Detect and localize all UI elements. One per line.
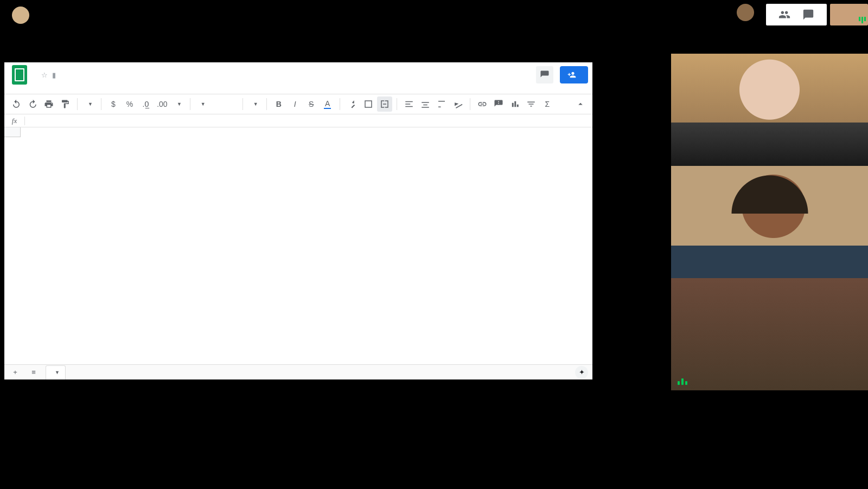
formula-bar: fx <box>4 114 592 127</box>
text-color-button[interactable]: A <box>320 96 335 112</box>
also-here-avatar <box>737 4 754 21</box>
sheet-titlebar: ☆ ▮ <box>4 62 592 87</box>
person-add-icon <box>567 70 576 79</box>
font-select[interactable]: ▼ <box>195 97 238 111</box>
participant-tiles <box>671 54 868 390</box>
share-button[interactable] <box>560 66 588 83</box>
collapse-toolbar-button[interactable] <box>573 96 588 112</box>
insert-link-button[interactable] <box>475 96 490 112</box>
fill-color-button[interactable] <box>344 96 360 112</box>
toolbar: ▼ $ % .0̲ .00 ▼ ▼ ▼ B I S A <box>4 94 592 114</box>
presenter-avatar <box>12 7 29 24</box>
audio-meter-icon <box>678 266 687 273</box>
borders-button[interactable] <box>361 96 376 112</box>
people-icon <box>778 9 790 21</box>
participant-tile[interactable] <box>671 278 868 390</box>
more-formats-select[interactable]: ▼ <box>171 97 186 111</box>
fontsize-select[interactable]: ▼ <box>247 97 262 111</box>
paint-format-button[interactable] <box>58 96 73 112</box>
valign-button[interactable] <box>418 96 433 112</box>
strike-button[interactable]: S <box>304 96 319 112</box>
merge-cells-button[interactable] <box>377 96 392 112</box>
chat-button[interactable] <box>796 4 820 25</box>
audio-meter-icon <box>678 378 687 385</box>
halign-button[interactable] <box>401 96 417 112</box>
wrap-button[interactable] <box>434 96 449 112</box>
self-video-thumbnail[interactable] <box>830 4 868 25</box>
folder-icon[interactable]: ▮ <box>52 71 56 79</box>
chat-icon <box>802 9 814 21</box>
explore-button[interactable]: ✦ <box>575 366 588 379</box>
grid[interactable] <box>4 127 592 364</box>
sheets-logo-icon[interactable] <box>12 65 27 85</box>
star-icon[interactable]: ☆ <box>41 71 48 79</box>
comments-button[interactable] <box>536 66 553 83</box>
participant-tile[interactable] <box>671 166 868 278</box>
select-all-corner[interactable] <box>4 127 21 137</box>
print-button[interactable] <box>41 96 56 112</box>
also-here[interactable] <box>737 4 760 21</box>
rotate-button[interactable] <box>450 96 465 112</box>
call-topbar-right <box>737 4 868 25</box>
insert-comment-button[interactable] <box>491 96 506 112</box>
chevron-down-icon[interactable]: ▼ <box>55 370 60 375</box>
italic-button[interactable]: I <box>288 96 303 112</box>
insert-chart-button[interactable] <box>507 96 522 112</box>
audio-meter-icon <box>678 154 687 160</box>
audio-meter-icon <box>859 17 866 23</box>
undo-button[interactable] <box>9 96 24 112</box>
bold-button[interactable]: B <box>271 96 286 112</box>
shared-screen-sheet: ☆ ▮ <box>4 62 592 379</box>
all-sheets-button[interactable]: ≡ <box>27 366 40 379</box>
filter-button[interactable] <box>524 96 539 112</box>
sheet-tabs-bar: + ≡ ▼ ✦ <box>4 364 592 379</box>
grid-body[interactable] <box>21 137 592 364</box>
people-button[interactable] <box>773 4 796 25</box>
functions-button[interactable]: Σ <box>540 96 555 112</box>
call-controls <box>766 4 827 25</box>
call-topbar <box>0 0 868 30</box>
participant-tile[interactable] <box>671 54 868 166</box>
sheet-tab[interactable]: ▼ <box>46 365 66 379</box>
increase-decimal-button[interactable]: .00 <box>155 96 170 112</box>
add-sheet-button[interactable]: + <box>9 366 22 379</box>
zoom-select[interactable]: ▼ <box>82 97 97 111</box>
format-currency-button[interactable]: $ <box>106 96 121 112</box>
redo-button[interactable] <box>25 96 40 112</box>
fx-icon[interactable]: fx <box>4 117 25 125</box>
decrease-decimal-button[interactable]: .0̲ <box>138 96 154 112</box>
format-percent-button[interactable]: % <box>122 96 137 112</box>
comment-icon <box>540 70 550 80</box>
